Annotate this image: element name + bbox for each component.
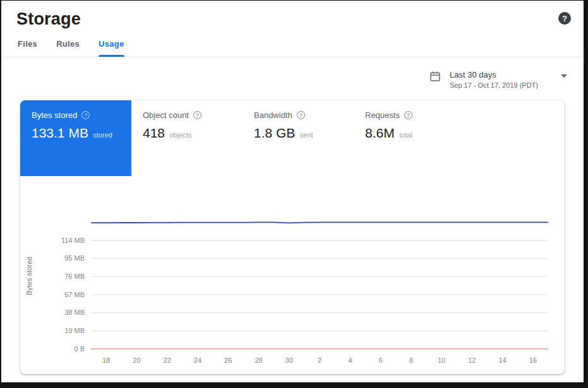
bytes-stored-chart: Bytes stored 0 B19 MB38 MB57 MB76 MB95 M…: [20, 201, 565, 369]
metric-object-count[interactable]: Object count ? 418 objects: [131, 100, 243, 176]
metric-value: 133.1 MB stored: [32, 126, 121, 141]
metric-label-text: Object count: [143, 110, 189, 120]
date-range-selector[interactable]: Last 30 days Sep 17 - Oct 17, 2019 (PDT): [429, 70, 567, 89]
svg-text:76 MB: 76 MB: [64, 273, 85, 280]
metric-value: 418 objects: [143, 126, 232, 141]
svg-text:14: 14: [498, 356, 506, 364]
metric-value-unit: objects: [170, 131, 192, 139]
tab-usage[interactable]: Usage: [99, 39, 124, 57]
svg-text:19 MB: 19 MB: [64, 327, 85, 334]
metric-value-unit: sent: [300, 131, 313, 139]
svg-text:12: 12: [468, 356, 476, 364]
metric-value-number: 1.8 GB: [254, 126, 295, 140]
svg-text:95 MB: 95 MB: [64, 254, 85, 262]
metric-bytes-stored[interactable]: Bytes stored ? 133.1 MB stored: [20, 100, 131, 176]
date-range-dates: Sep 17 - Oct 17, 2019 (PDT): [450, 81, 538, 89]
tab-files[interactable]: Files: [18, 39, 37, 57]
tab-bar: Files Rules Usage: [1, 29, 584, 57]
metric-value-unit: stored: [93, 131, 112, 139]
help-circle-icon: ?: [81, 111, 90, 119]
metric-value-number: 418: [143, 126, 165, 140]
svg-text:22: 22: [164, 356, 171, 364]
svg-text:6: 6: [378, 356, 382, 364]
svg-text:0 B: 0 B: [74, 345, 85, 353]
page-header: Storage ?: [1, 1, 584, 29]
date-range-label: Last 30 days: [450, 70, 538, 79]
svg-text:20: 20: [133, 356, 140, 364]
page-title: Storage: [16, 9, 81, 29]
svg-text:24: 24: [194, 356, 201, 364]
svg-text:57 MB: 57 MB: [64, 291, 85, 298]
metric-value-number: 8.6M: [365, 126, 395, 140]
svg-text:18: 18: [102, 356, 110, 364]
help-circle-icon: ?: [193, 111, 201, 119]
metric-label-text: Requests: [365, 110, 400, 120]
svg-text:16: 16: [529, 356, 537, 364]
svg-text:10: 10: [438, 356, 445, 364]
metric-label: Requests ?: [365, 110, 455, 120]
metrics-row: Bytes stored ? 133.1 MB stored Object co…: [20, 100, 565, 176]
metric-bandwidth[interactable]: Bandwidth ? 1.8 GB sent: [243, 100, 354, 176]
metric-label: Object count ?: [143, 110, 232, 120]
metric-label: Bytes stored ?: [32, 110, 121, 120]
svg-text:28: 28: [255, 356, 262, 364]
line-chart: 0 B19 MB38 MB57 MB76 MB95 MB114 MB182022…: [33, 201, 558, 369]
chevron-down-icon: [561, 74, 567, 78]
metric-label: Bandwidth ?: [254, 110, 344, 120]
metric-value-unit: total: [399, 131, 412, 139]
metric-value: 8.6M total: [365, 126, 455, 141]
help-icon[interactable]: ?: [558, 12, 571, 25]
calendar-icon: [429, 71, 441, 82]
svg-text:4: 4: [348, 356, 352, 364]
metric-label-text: Bandwidth: [254, 110, 292, 120]
storage-page: Storage ? Files Rules Usage Last 30 days…: [1, 1, 584, 382]
help-circle-icon: ?: [404, 111, 412, 119]
metric-value: 1.8 GB sent: [254, 126, 344, 141]
svg-text:30: 30: [285, 356, 293, 364]
window-frame: Storage ? Files Rules Usage Last 30 days…: [0, 0, 588, 388]
date-range-text: Last 30 days Sep 17 - Oct 17, 2019 (PDT): [450, 70, 538, 89]
usage-panel: Bytes stored ? 133.1 MB stored Object co…: [20, 100, 565, 374]
svg-text:8: 8: [409, 356, 413, 364]
y-axis-label: Bytes stored: [25, 213, 33, 339]
svg-text:114 MB: 114 MB: [61, 237, 85, 244]
svg-text:26: 26: [224, 356, 232, 364]
svg-text:38 MB: 38 MB: [64, 309, 85, 316]
metric-value-number: 133.1 MB: [32, 126, 88, 140]
date-range-row: Last 30 days Sep 17 - Oct 17, 2019 (PDT): [1, 57, 584, 89]
help-circle-icon: ?: [297, 111, 305, 119]
svg-text:2: 2: [318, 356, 321, 364]
metric-requests[interactable]: Requests ? 8.6M total: [354, 100, 465, 176]
metric-label-text: Bytes stored: [32, 110, 77, 120]
tab-rules[interactable]: Rules: [56, 39, 80, 57]
